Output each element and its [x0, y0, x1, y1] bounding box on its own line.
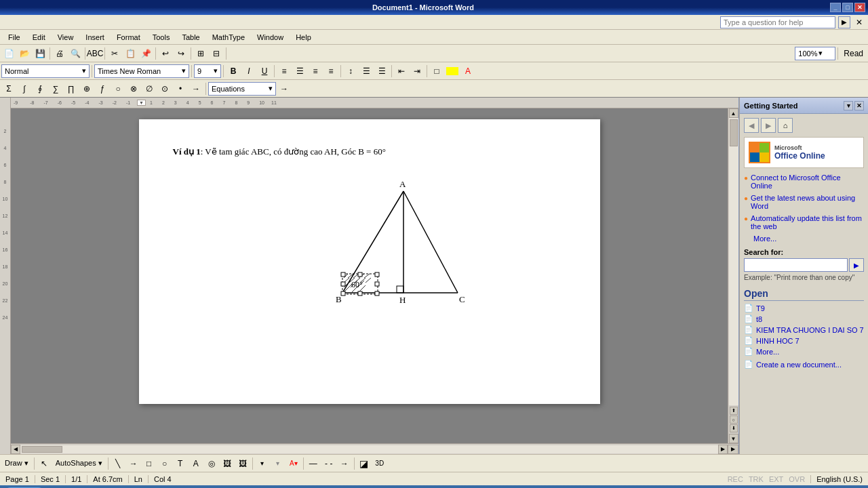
eq-btn-4[interactable]: ∑	[48, 81, 63, 96]
clip-art-button[interactable]: 🖼	[220, 456, 235, 471]
document-area[interactable]: Ví dụ 1: Vẽ tam giác ABC, có đường cao A…	[11, 108, 728, 443]
panel-expand-button[interactable]: ▾	[844, 101, 853, 110]
eq-btn-11[interactable]: ⊙	[157, 81, 172, 96]
menu-window[interactable]: Window	[252, 32, 289, 43]
panel-back-button[interactable]: ◀	[744, 118, 759, 133]
eq-arrow-btn[interactable]: →	[189, 81, 203, 96]
bullets-button[interactable]: ☰	[359, 64, 374, 79]
select-tool[interactable]: ↖	[37, 456, 52, 471]
fill-color-button[interactable]: ▾	[255, 456, 270, 471]
align-left-button[interactable]: ≡	[277, 64, 292, 79]
redo-button[interactable]: ↪	[174, 46, 189, 61]
insert-picture-button[interactable]: 🖼	[235, 456, 250, 471]
eq-btn-7[interactable]: ƒ	[95, 81, 110, 96]
connect-link[interactable]: ● Connect to Microsoft Office Online	[744, 174, 864, 190]
menu-file[interactable]: File	[3, 32, 26, 43]
ellipse-tool[interactable]: ○	[157, 456, 172, 471]
eq-btn-12[interactable]: •	[173, 81, 188, 96]
align-center-button[interactable]: ☰	[292, 64, 307, 79]
border-button[interactable]: □	[429, 64, 444, 79]
eq-btn-5[interactable]: ∏	[64, 81, 79, 96]
h-scroll-thumb[interactable]	[22, 446, 62, 453]
scroll-left-button[interactable]: ◀	[11, 445, 20, 454]
scroll-icon-2[interactable]: ○	[730, 415, 738, 424]
help-go-button[interactable]: ▶	[838, 16, 850, 28]
arrow-style-button[interactable]: →	[337, 456, 352, 471]
underline-button[interactable]: U	[257, 64, 272, 79]
panel-forward-button[interactable]: ▶	[761, 118, 776, 133]
panel-toggle[interactable]: ▶	[728, 445, 738, 454]
justify-button[interactable]: ≡	[323, 64, 338, 79]
style-dropdown-icon[interactable]: ▾	[82, 66, 86, 75]
undo-button[interactable]: ↩	[158, 46, 173, 61]
dash-style-button[interactable]: - -	[321, 456, 336, 471]
panel-close-button[interactable]: ✕	[854, 101, 864, 110]
eq-btn-9[interactable]: ⊗	[126, 81, 141, 96]
minimize-button[interactable]: _	[830, 3, 841, 12]
open-hinh-hoc[interactable]: 📄 HINH HOC 7	[744, 336, 864, 345]
rect-tool[interactable]: □	[142, 456, 157, 471]
open-t8[interactable]: 📄 t8	[744, 314, 864, 323]
font-color-draw-button[interactable]: A▾	[286, 456, 301, 471]
scroll-thumb[interactable]	[730, 119, 738, 146]
eq-btn-10[interactable]: ∅	[142, 81, 157, 96]
eq-insert-btn[interactable]: →	[277, 81, 292, 96]
paste-button[interactable]: 📌	[138, 46, 153, 61]
size-dropdown-icon[interactable]: ▾	[214, 66, 218, 75]
print-button[interactable]: 🖨	[52, 46, 67, 61]
insert-diagram-button[interactable]: ◎	[204, 456, 219, 471]
3d-button[interactable]: 3D	[372, 456, 387, 471]
scroll-right-button[interactable]: ▶	[718, 445, 728, 454]
zoom-dropdown-icon[interactable]: ▾	[818, 49, 823, 58]
scroll-icon-1[interactable]: ⬆	[730, 407, 738, 415]
menu-format[interactable]: Format	[111, 32, 146, 43]
vertical-scrollbar[interactable]: ▲ ⬆ ○ ⬇ ▼	[728, 108, 738, 443]
help-close-button[interactable]: ✕	[856, 18, 863, 27]
equations-dropdown-icon[interactable]: ▾	[269, 84, 273, 93]
eq-btn-3[interactable]: ∮	[33, 81, 47, 96]
decrease-indent-button[interactable]: ⇤	[394, 64, 409, 79]
align-right-button[interactable]: ≡	[308, 64, 323, 79]
insert-table-button[interactable]: ⊞	[193, 46, 208, 61]
zoom-combo[interactable]: 100% ▾	[795, 47, 835, 60]
menu-table[interactable]: Table	[176, 32, 205, 43]
panel-home-button[interactable]: ⌂	[778, 118, 793, 133]
eq-btn-1[interactable]: Σ	[1, 81, 16, 96]
scroll-up-button[interactable]: ▲	[729, 108, 738, 118]
line-tool[interactable]: ╲	[111, 456, 125, 471]
create-new-link[interactable]: 📄 Create a new document...	[744, 360, 864, 369]
style-combo[interactable]: Normal ▾	[1, 64, 90, 78]
highlight-button[interactable]	[446, 67, 458, 75]
size-combo[interactable]: 9 ▾	[194, 64, 221, 78]
wordart-tool[interactable]: A	[189, 456, 203, 471]
eq-btn-2[interactable]: ∫	[17, 81, 32, 96]
menu-help[interactable]: Help	[290, 32, 317, 43]
search-input[interactable]	[744, 258, 848, 272]
insert-columns-button[interactable]: ⊟	[209, 46, 224, 61]
open-more-link[interactable]: 📄 More...	[744, 347, 864, 356]
menu-mathtype[interactable]: MathType	[207, 32, 250, 43]
search-go-button[interactable]: ▶	[849, 258, 864, 272]
open-kiem-tra[interactable]: 📄 KIEM TRA CHUONG I DAI SO 7	[744, 325, 864, 334]
bold-button[interactable]: B	[226, 64, 241, 79]
italic-button[interactable]: I	[241, 64, 256, 79]
text-box-tool[interactable]: T	[173, 456, 188, 471]
draw-combo[interactable]: Draw ▾	[1, 456, 32, 471]
autoshapes-combo[interactable]: AutoShapes ▾	[52, 456, 106, 471]
save-button[interactable]: 💾	[33, 46, 47, 61]
scroll-icon-3[interactable]: ⬇	[730, 424, 738, 432]
arrow-tool[interactable]: →	[126, 456, 141, 471]
news-link[interactable]: ● Get the latest news about using Word	[744, 194, 864, 210]
numbering-button[interactable]: ☰	[374, 64, 389, 79]
menu-insert[interactable]: Insert	[80, 32, 110, 43]
eq-btn-8[interactable]: ○	[111, 81, 125, 96]
font-combo[interactable]: Times New Roman ▾	[94, 64, 189, 78]
menu-view[interactable]: View	[52, 32, 79, 43]
close-button[interactable]: ✕	[854, 3, 865, 12]
new-button[interactable]: 📄	[1, 46, 16, 61]
more-link[interactable]: More...	[744, 235, 864, 243]
shadow-button[interactable]: ◪	[357, 456, 372, 471]
open-button[interactable]: 📂	[17, 46, 32, 61]
increase-indent-button[interactable]: ⇥	[410, 64, 425, 79]
line-color-button[interactable]: ▾	[271, 456, 285, 471]
